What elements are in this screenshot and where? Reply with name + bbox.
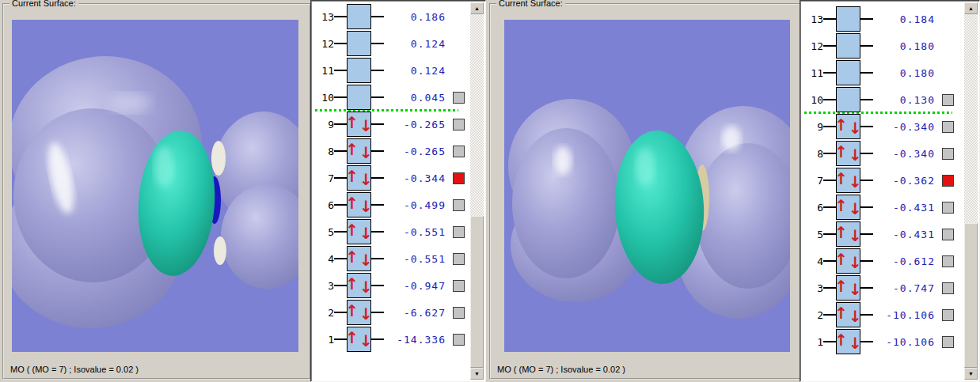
mo-orbital-box[interactable]	[836, 6, 860, 32]
mo-row[interactable]: 13 0.184	[803, 6, 963, 32]
mo-select-checkbox[interactable]	[453, 334, 465, 346]
mo-level-line-right	[860, 314, 873, 316]
mo-row[interactable]: 4 ↑ ↓ -0.612	[803, 248, 963, 274]
scrollbar-up-button[interactable]: ▲	[470, 2, 484, 14]
spin-up-arrow-icon: ↑	[345, 303, 359, 319]
mo-row[interactable]: 2 ↑ ↓ -10.106	[803, 301, 963, 328]
mo-select-checkbox[interactable]	[942, 336, 954, 348]
mo-select-checkbox[interactable]	[453, 119, 465, 130]
mo-number: 3	[803, 282, 823, 294]
spin-up-arrow-icon: ↑	[345, 276, 359, 292]
mo-row[interactable]: 8 ↑ ↓ -0.340	[803, 140, 963, 167]
orbital-viewport-right[interactable]	[504, 20, 790, 352]
mo-level-line-right	[371, 70, 384, 71]
mo-row[interactable]: 10 0.130	[803, 86, 963, 113]
mo-orbital-box[interactable]	[836, 33, 860, 59]
mo-orbital-box[interactable]: ↑ ↓	[836, 168, 860, 193]
mo-row[interactable]: 6 ↑ ↓ -0.499	[313, 191, 469, 218]
mo-energy-value: 0.186	[392, 11, 446, 23]
mo-orbital-box[interactable]: ↑ ↓	[347, 165, 371, 191]
mo-select-checkbox[interactable]	[942, 309, 954, 321]
mo-select-checkbox[interactable]	[453, 307, 465, 319]
mo-orbital-box[interactable]: ↑ ↓	[836, 195, 860, 220]
mo-orbital-box[interactable]	[347, 31, 371, 56]
spin-up-arrow-icon: ↑	[345, 249, 359, 265]
mo-row[interactable]: 7 ↑ ↓ -0.362	[803, 167, 963, 194]
mo-orbital-box[interactable]: ↑ ↓	[347, 192, 371, 217]
mo-number: 10	[803, 94, 823, 106]
mo-orbital-box[interactable]: ↑ ↓	[347, 300, 371, 325]
scrollbar-thumb[interactable]	[964, 223, 978, 368]
mo-orbital-box[interactable]: ↑ ↓	[836, 248, 860, 274]
scrollbar-down-button[interactable]: ▼	[964, 368, 978, 380]
scroll-up-icon: ▲	[474, 6, 480, 11]
mo-select-checkbox[interactable]	[453, 280, 465, 292]
mo-row[interactable]: 8 ↑ ↓ -0.265	[313, 138, 469, 165]
mo-orbital-box[interactable]: ↑ ↓	[347, 138, 371, 164]
mo-row[interactable]: 2 ↑ ↓ -6.627	[313, 299, 469, 326]
mo-row[interactable]: 12 0.124	[313, 30, 469, 57]
mo-select-checkbox[interactable]	[942, 94, 954, 106]
mo-orbital-box[interactable]: ↑ ↓	[836, 141, 860, 166]
mo-orbital-box[interactable]: ↑ ↓	[347, 112, 371, 137]
mo-row[interactable]: 9 ↑ ↓ -0.265	[313, 111, 469, 138]
mo-row[interactable]: 5 ↑ ↓ -0.551	[313, 218, 469, 245]
mo-select-checkbox[interactable]	[453, 253, 465, 265]
mo-row[interactable]: 5 ↑ ↓ -0.431	[803, 221, 963, 248]
mo-row[interactable]: 11 0.124	[313, 57, 469, 84]
mo-row[interactable]: 12 0.180	[803, 32, 963, 59]
orbital-viewport-left[interactable]	[12, 20, 298, 352]
mo-row[interactable]: 6 ↑ ↓ -0.431	[803, 194, 963, 221]
mo-row[interactable]: 1 ↑ ↓ -14.336	[313, 326, 469, 353]
mo-select-checkbox[interactable]	[942, 229, 954, 240]
mo-select-checkbox[interactable]	[942, 282, 954, 294]
mo-energy-list-right: 13 0.184 12 0.180 11 0.180 10	[800, 0, 980, 382]
mo-select-checkbox[interactable]	[453, 146, 465, 157]
mo-row[interactable]: 4 ↑ ↓ -0.551	[313, 245, 469, 272]
mo-select-checkbox[interactable]	[942, 148, 954, 160]
mo-select-checkbox[interactable]	[453, 92, 465, 104]
mo-orbital-box[interactable]: ↑ ↓	[836, 302, 860, 327]
mo-row[interactable]: 10 0.045	[313, 84, 469, 111]
mo-select-checkbox[interactable]	[942, 202, 954, 214]
mo-energy-value: -0.362	[881, 175, 935, 187]
mo-orbital-box[interactable]: ↑ ↓	[347, 246, 371, 271]
mo-orbital-box[interactable]: ↑ ↓	[836, 114, 860, 139]
mo-row[interactable]: 3 ↑ ↓ -0.747	[803, 274, 963, 301]
scrollbar-track[interactable]	[964, 14, 978, 368]
mo-level-line-right	[860, 341, 873, 342]
mo-orbital-box[interactable]: ↑ ↓	[836, 275, 860, 301]
mo-orbital-box[interactable]	[347, 85, 371, 110]
mo-row[interactable]: 13 0.186	[313, 3, 469, 30]
mo-row[interactable]: 3 ↑ ↓ -0.947	[313, 272, 469, 299]
mo-orbital-box[interactable]: ↑ ↓	[347, 273, 371, 298]
scroll-up-icon: ▲	[968, 6, 974, 11]
mo-orbital-box[interactable]	[347, 4, 371, 29]
mo-level-line-right	[371, 312, 384, 313]
mo-select-checkbox[interactable]	[942, 121, 954, 133]
mo-select-checkbox[interactable]	[942, 175, 954, 187]
mo-select-checkbox[interactable]	[453, 226, 465, 238]
mo-number: 6	[313, 199, 334, 211]
mo-orbital-box[interactable]	[836, 87, 860, 112]
group-label: Current Surface:	[9, 0, 78, 8]
scrollbar-track[interactable]	[470, 14, 484, 368]
mo-orbital-box[interactable]	[836, 60, 860, 85]
mo-row[interactable]: 11 0.180	[803, 59, 963, 86]
mo-number: 3	[313, 280, 334, 292]
scrollbar-down-button[interactable]: ▼	[470, 368, 484, 380]
mo-select-checkbox[interactable]	[453, 172, 465, 184]
mo-select-checkbox[interactable]	[453, 199, 465, 211]
mo-orbital-box[interactable]: ↑ ↓	[347, 327, 371, 352]
mo-row[interactable]: 1 ↑ ↓ -10.106	[803, 328, 963, 355]
mo-select-checkbox[interactable]	[942, 255, 954, 267]
scrollbar-up-button[interactable]: ▲	[964, 2, 978, 14]
mo-orbital-box[interactable]: ↑ ↓	[836, 221, 860, 247]
mo-orbital-box[interactable]: ↑ ↓	[347, 219, 371, 244]
mo-orbital-box[interactable]	[347, 58, 371, 83]
mo-orbital-box[interactable]: ↑ ↓	[836, 329, 860, 354]
mo-row[interactable]: 9 ↑ ↓ -0.340	[803, 113, 963, 140]
scrollbar-thumb[interactable]	[470, 216, 484, 368]
mo-energy-value: -10.106	[881, 309, 935, 321]
mo-row[interactable]: 7 ↑ ↓ -0.344	[313, 165, 469, 191]
